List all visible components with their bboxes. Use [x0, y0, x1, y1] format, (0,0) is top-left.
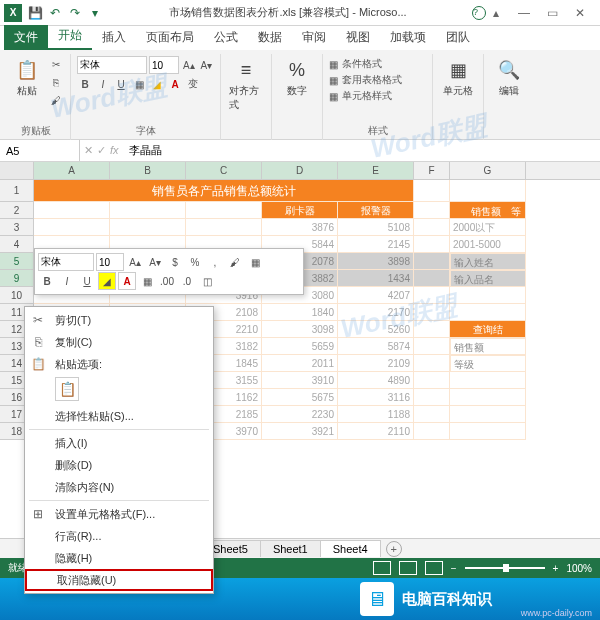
- menu-copy[interactable]: ⎘复制(C): [25, 331, 213, 353]
- menu-hide[interactable]: 隐藏(H): [25, 547, 213, 569]
- ribbon-collapse-icon[interactable]: ▴: [486, 5, 506, 21]
- help-icon[interactable]: ?: [472, 6, 486, 20]
- sheet-tab-1[interactable]: Sheet1: [260, 540, 321, 557]
- border-icon[interactable]: ▦: [131, 76, 147, 92]
- redo-icon[interactable]: ↷: [66, 4, 84, 22]
- fill-color-icon[interactable]: ◢: [149, 76, 165, 92]
- cut-icon[interactable]: ✂: [48, 56, 64, 72]
- row-header-9[interactable]: 9: [0, 270, 34, 287]
- menu-unhide[interactable]: 取消隐藏(U): [25, 569, 213, 591]
- mini-decrease-font-icon[interactable]: A▾: [146, 253, 164, 271]
- minimize-icon[interactable]: —: [514, 5, 534, 21]
- cell-style-button[interactable]: ▦单元格样式: [329, 88, 426, 104]
- tab-team[interactable]: 团队: [436, 25, 480, 50]
- col-header-c[interactable]: C: [186, 162, 262, 179]
- mini-border-icon[interactable]: ▦: [246, 253, 264, 271]
- restore-icon[interactable]: ▭: [542, 5, 562, 21]
- select-all-corner[interactable]: [0, 162, 34, 179]
- header-d[interactable]: 刷卡器: [262, 202, 338, 219]
- menu-delete[interactable]: 删除(D): [25, 454, 213, 476]
- row-header-1[interactable]: 1: [0, 180, 34, 202]
- zoom-slider[interactable]: [465, 567, 545, 569]
- font-name-select[interactable]: [77, 56, 147, 74]
- name-box[interactable]: A5: [0, 140, 80, 161]
- tab-file[interactable]: 文件: [4, 25, 48, 50]
- mini-percent-icon[interactable]: %: [186, 253, 204, 271]
- mini-border2-icon[interactable]: ▦: [138, 272, 156, 290]
- font-size-select[interactable]: [149, 56, 179, 74]
- menu-insert[interactable]: 插入(I): [25, 432, 213, 454]
- mini-font-name[interactable]: [38, 253, 94, 271]
- italic-icon[interactable]: I: [95, 76, 111, 92]
- table-format-button[interactable]: ▦套用表格格式: [329, 72, 426, 88]
- mini-fill-color-icon[interactable]: ◢: [98, 272, 116, 290]
- zoom-out-icon[interactable]: −: [451, 563, 457, 574]
- header-e[interactable]: 报警器: [338, 202, 414, 219]
- view-layout-icon[interactable]: [399, 561, 417, 575]
- row-header-4[interactable]: 4: [0, 236, 34, 253]
- tab-insert[interactable]: 插入: [92, 25, 136, 50]
- col-header-d[interactable]: D: [262, 162, 338, 179]
- zoom-level[interactable]: 100%: [566, 563, 592, 574]
- col-header-f[interactable]: F: [414, 162, 450, 179]
- row-header-5[interactable]: 5: [0, 253, 34, 270]
- font-color-icon[interactable]: A: [167, 76, 183, 92]
- col-header-g[interactable]: G: [450, 162, 526, 179]
- tab-formula[interactable]: 公式: [204, 25, 248, 50]
- mini-increase-font-icon[interactable]: A▴: [126, 253, 144, 271]
- qat-dropdown-icon[interactable]: ▾: [86, 4, 104, 22]
- underline-icon[interactable]: U: [113, 76, 129, 92]
- save-icon[interactable]: 💾: [26, 4, 44, 22]
- cells-button[interactable]: ▦ 单元格: [439, 56, 477, 100]
- increase-font-icon[interactable]: A▴: [181, 57, 197, 73]
- number-button[interactable]: % 数字: [278, 56, 316, 100]
- decrease-font-icon[interactable]: A▾: [199, 57, 215, 73]
- col-header-b[interactable]: B: [110, 162, 186, 179]
- col-header-a[interactable]: A: [34, 162, 110, 179]
- close-icon[interactable]: ✕: [570, 5, 590, 21]
- undo-icon[interactable]: ↶: [46, 4, 64, 22]
- tab-view[interactable]: 视图: [336, 25, 380, 50]
- row-header-2[interactable]: 2: [0, 202, 34, 219]
- paste-button[interactable]: 📋 粘贴: [8, 56, 46, 100]
- conditional-format-button[interactable]: ▦条件格式: [329, 56, 426, 72]
- sheet-tab-4[interactable]: Sheet4: [320, 540, 381, 557]
- title-cell[interactable]: 销售员各产品销售总额统计: [34, 180, 414, 202]
- phonetic-icon[interactable]: 变: [185, 76, 201, 92]
- tab-layout[interactable]: 页面布局: [136, 25, 204, 50]
- cancel-formula-icon[interactable]: ✕: [84, 144, 93, 157]
- view-normal-icon[interactable]: [373, 561, 391, 575]
- row-header-10[interactable]: 10: [0, 287, 34, 304]
- mini-underline-icon[interactable]: U: [78, 272, 96, 290]
- menu-clear[interactable]: 清除内容(N): [25, 476, 213, 498]
- formula-input[interactable]: 李晶晶: [123, 143, 600, 158]
- mini-format-painter-icon[interactable]: 🖌: [226, 253, 244, 271]
- mini-comma-icon[interactable]: ,: [206, 253, 224, 271]
- row-header-3[interactable]: 3: [0, 219, 34, 236]
- mini-currency-icon[interactable]: $: [166, 253, 184, 271]
- editing-button[interactable]: 🔍 编辑: [490, 56, 528, 100]
- format-painter-icon[interactable]: 🖌: [48, 92, 64, 108]
- mini-bold-icon[interactable]: B: [38, 272, 56, 290]
- menu-cut[interactable]: ✂剪切(T): [25, 309, 213, 331]
- fx-icon[interactable]: fx: [110, 144, 119, 157]
- tab-data[interactable]: 数据: [248, 25, 292, 50]
- tab-addin[interactable]: 加载项: [380, 25, 436, 50]
- menu-row-height[interactable]: 行高(R)...: [25, 525, 213, 547]
- menu-format-cells[interactable]: ⊞设置单元格格式(F)...: [25, 503, 213, 525]
- bold-icon[interactable]: B: [77, 76, 93, 92]
- tab-review[interactable]: 审阅: [292, 25, 336, 50]
- alignment-button[interactable]: ≡ 对齐方式: [227, 56, 265, 114]
- enter-formula-icon[interactable]: ✓: [97, 144, 106, 157]
- menu-paste-special[interactable]: 选择性粘贴(S)...: [25, 405, 213, 427]
- paste-option-normal[interactable]: 📋: [55, 377, 79, 401]
- mini-font-color-icon[interactable]: A: [118, 272, 136, 290]
- copy-icon[interactable]: ⎘: [48, 74, 64, 90]
- mini-dec-increase-icon[interactable]: .0: [178, 272, 196, 290]
- zoom-in-icon[interactable]: +: [553, 563, 559, 574]
- mini-italic-icon[interactable]: I: [58, 272, 76, 290]
- col-header-e[interactable]: E: [338, 162, 414, 179]
- tab-home[interactable]: 开始: [48, 23, 92, 50]
- mini-dec-decrease-icon[interactable]: .00: [158, 272, 176, 290]
- view-break-icon[interactable]: [425, 561, 443, 575]
